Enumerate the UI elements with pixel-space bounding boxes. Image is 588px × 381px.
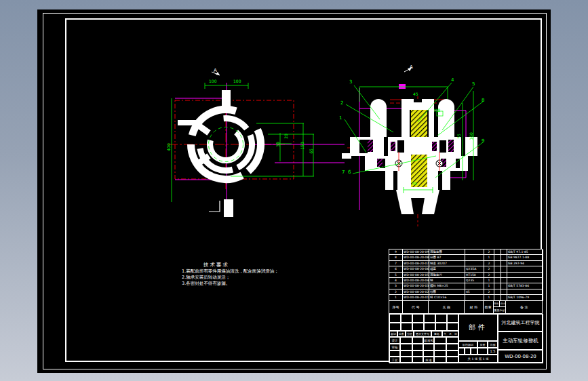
parts-cell: 2	[484, 266, 494, 272]
title-block-cell	[447, 314, 458, 323]
parts-cell	[494, 295, 501, 300]
title-block-cell-labels-change_doc: 更改文件号	[414, 331, 431, 337]
title-block-cell	[400, 357, 412, 363]
parts-table-header: 序号 代 号 名 称 材 料 数量 单件 总计 重量(kg) 备 注	[389, 301, 542, 314]
parts-cell	[494, 266, 501, 272]
parts-cell: 9	[389, 249, 403, 255]
parts-cell: WD-00-08-20-05	[403, 273, 429, 278]
header-weight-total: 总计	[500, 301, 505, 306]
title-block-cell-drawing_no: WD-00-08-20	[498, 350, 543, 363]
parts-cell	[494, 278, 501, 283]
parts-cell: 2	[484, 273, 494, 278]
title-block-cell	[477, 348, 488, 355]
notes-title: 技术要求	[203, 262, 297, 268]
title-block-cell	[447, 323, 458, 332]
title-block-cell	[389, 323, 401, 332]
header-code: 代 号	[403, 301, 429, 314]
notes-line: 2.轴承安装后转动灵活；	[182, 275, 297, 281]
title-block-cell	[424, 314, 435, 323]
title-block-cell	[412, 314, 424, 323]
parts-cell: 轴	[429, 278, 465, 283]
notes-line: 3.各密封处不得有渗漏。	[182, 281, 297, 287]
title-block-cell	[465, 348, 471, 355]
parts-cell: 2	[484, 249, 494, 255]
parts-cell: 2	[484, 289, 494, 295]
parts-cell: GB/T 5783-86	[507, 283, 543, 289]
header-name: 名 称	[429, 301, 465, 314]
title-block-cell-labels-count: 处数	[397, 331, 406, 337]
parts-cell: 挡圈	[429, 289, 465, 295]
title-block-cell	[389, 350, 400, 357]
notes-line: 1.装配前所有零件用煤油清洗，配合面涂润滑油；	[182, 268, 297, 275]
header-no: 序号	[389, 301, 403, 314]
title-block-cell	[400, 350, 412, 357]
parts-cell: GB 9877.1-88	[507, 255, 543, 260]
parts-cell	[501, 266, 507, 272]
parts-cell: WD-00-08-20-03	[403, 283, 429, 289]
title-block-cell-labels-process: 工艺	[389, 357, 400, 363]
parts-cell: 毡圈 B7	[429, 255, 465, 260]
parts-cell: 1	[484, 255, 494, 260]
parts-cell	[465, 261, 484, 266]
title-block-cell	[412, 357, 423, 363]
parts-cell: 螺栓 M8×25	[429, 283, 465, 289]
title-block-cell	[434, 350, 446, 357]
title-block-cell-labels-stage: 阶段标记	[458, 341, 477, 348]
title-block-cell	[434, 337, 446, 344]
parts-cell	[501, 283, 507, 289]
parts-cell: 键 C10×56	[429, 295, 465, 300]
parts-cell: 3	[389, 283, 403, 289]
parts-cell	[507, 273, 543, 278]
parts-cell: 4	[389, 278, 403, 283]
parts-cell: Q235A	[465, 266, 484, 272]
title-block-cell	[401, 314, 412, 323]
title-block-cell-product: 主动车轮修整机	[498, 332, 543, 350]
parts-cell	[494, 249, 501, 255]
parts-cell: 5	[389, 273, 403, 278]
parts-cell: WD-00-08-20-01	[403, 295, 429, 300]
parts-cell	[507, 278, 543, 283]
parts-cell: WD-00-08-20-07	[403, 261, 429, 266]
title-block-cell	[412, 344, 423, 350]
title-block-cell-org: 河北建筑工程学院	[498, 314, 543, 332]
parts-cell	[494, 261, 501, 266]
title-block-cell	[400, 337, 412, 344]
parts-cell	[501, 261, 507, 266]
parts-cell	[494, 255, 501, 260]
cad-viewport[interactable]: 技术要求 1.装配前所有零件用煤油清洗，配合面涂润滑油； 2.轴承安装后转动灵活…	[0, 0, 588, 381]
parts-cell	[501, 295, 507, 300]
parts-cell: 1	[484, 295, 494, 300]
header-remark: 备 注	[506, 301, 542, 314]
technical-notes: 技术要求 1.装配前所有零件用煤油清洗，配合面涂润滑油； 2.轴承安装后转动灵活…	[182, 262, 297, 287]
title-block-cell	[401, 323, 412, 332]
title-block-cell	[446, 337, 458, 344]
parts-cell: 2	[389, 289, 403, 295]
parts-cell: WD-00-08-20-04	[403, 278, 429, 283]
title-block-cell	[458, 348, 465, 355]
title-block-cell-labels-design: 设计	[389, 337, 400, 344]
title-block-cell-labels-zone: 分区	[406, 331, 414, 337]
title-block-cell	[435, 323, 447, 332]
title-block-cell-labels-mark: 标记	[389, 331, 397, 337]
parts-cell	[507, 289, 543, 295]
parts-cell	[494, 289, 501, 295]
parts-cell: 7	[389, 261, 403, 266]
title-block-cell	[434, 344, 446, 350]
parts-cell	[465, 249, 484, 255]
title-block: 标记处数分区更改文件号签名年、月、日设计标准化审核工艺批准部件阶段标记质量比例1…	[389, 313, 543, 363]
title-block-cell-labels-check: 审核	[389, 344, 400, 350]
parts-cell	[465, 283, 484, 289]
parts-cell: 45	[465, 289, 484, 295]
title-block-cell-labels-approve: 批准	[423, 357, 434, 363]
title-block-cell-sheet_note: 共 1 张 第 1 张	[458, 355, 498, 363]
header-qty: 数量	[484, 301, 494, 314]
title-block-cell	[423, 344, 434, 350]
parts-cell: 调整垫片	[429, 273, 465, 278]
parts-cell: 2	[484, 261, 494, 266]
parts-cell	[501, 273, 507, 278]
parts-cell: 端盖	[429, 266, 465, 272]
parts-cell: 1	[389, 295, 403, 300]
title-block-cell	[412, 323, 424, 332]
parts-cell: GB/T 97.1-85	[507, 249, 543, 255]
title-block-cell	[446, 344, 458, 350]
